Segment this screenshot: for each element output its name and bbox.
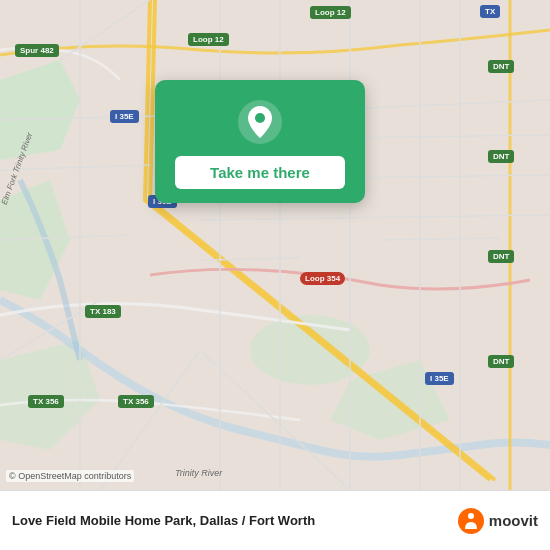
pin-icon	[236, 98, 284, 146]
moovit-logo: moovit	[457, 507, 538, 535]
moovit-text: moovit	[489, 512, 538, 529]
tx183-badge: TX 183	[85, 305, 121, 318]
location-name: Love Field Mobile Home Park, Dallas / Fo…	[12, 513, 457, 528]
svg-point-27	[458, 508, 484, 534]
tx-badge-top-right: TX	[480, 5, 500, 18]
dnt-badge-2: DNT	[488, 150, 514, 163]
attribution: © OpenStreetMap contributors	[6, 470, 134, 482]
moovit-icon-svg	[457, 507, 485, 535]
loop354-badge: Loop 354	[300, 272, 345, 285]
dnt-badge-3: DNT	[488, 250, 514, 263]
svg-point-26	[255, 113, 265, 123]
loop12-badge-left: Loop 12	[188, 33, 229, 46]
take-me-there-button[interactable]: Take me there	[175, 156, 345, 189]
loop12-badge-top: Loop 12	[310, 6, 351, 19]
i35e-badge-3: I 35E	[425, 372, 454, 385]
location-card: Take me there	[155, 80, 365, 203]
tx356-badge-1: TX 356	[28, 395, 64, 408]
trinity-river-label: Trinity River	[175, 468, 222, 478]
dnt-badge-1: DNT	[488, 60, 514, 73]
i35e-badge-1: I 35E	[110, 110, 139, 123]
spur482-badge: Spur 482	[15, 44, 59, 57]
dnt-badge-4: DNT	[488, 355, 514, 368]
map-container: Loop 12 Loop 12 TX DNT DNT DNT DNT Spur …	[0, 0, 550, 490]
bottom-bar: Love Field Mobile Home Park, Dallas / Fo…	[0, 490, 550, 550]
tx356-badge-2: TX 356	[118, 395, 154, 408]
svg-point-28	[468, 513, 474, 519]
